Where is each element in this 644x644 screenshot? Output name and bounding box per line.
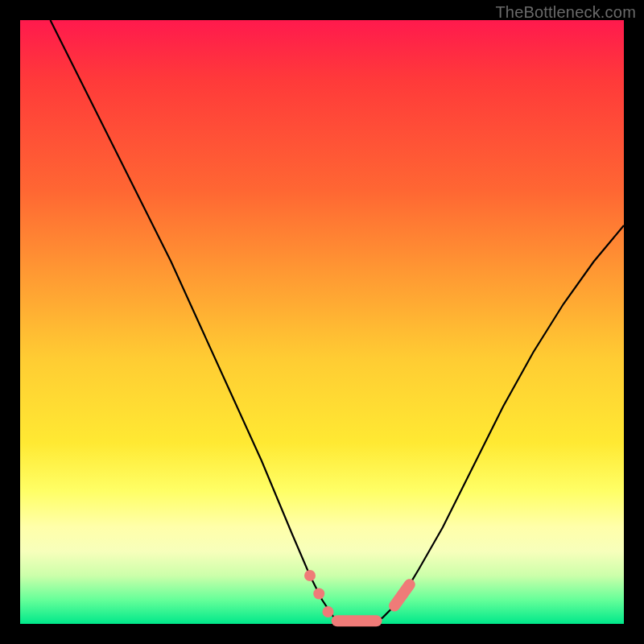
curve-marker bbox=[313, 588, 324, 600]
chart-svg bbox=[20, 20, 624, 624]
chart-plot-area bbox=[20, 20, 624, 624]
curve-marker-segment bbox=[394, 584, 410, 605]
watermark-text: TheBottleneck.com bbox=[495, 3, 636, 22]
curve-marker bbox=[323, 606, 334, 617]
curve-marker bbox=[304, 570, 316, 581]
marker-layer bbox=[304, 570, 410, 621]
bottleneck-curve bbox=[51, 20, 625, 624]
